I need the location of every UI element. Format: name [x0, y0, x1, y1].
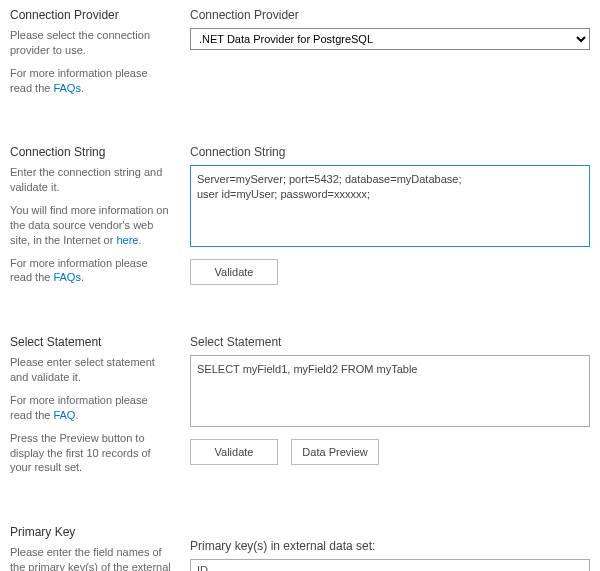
validate-button[interactable]: Validate [190, 259, 278, 285]
section-select-statement: Select Statement Please enter select sta… [10, 333, 590, 483]
pk-left: Primary Key Please enter the field names… [10, 523, 190, 571]
select-right-title: Select Statement [190, 335, 590, 349]
connection-provider-select[interactable]: .NET Data Provider for PostgreSQL [190, 28, 590, 50]
pk-right-title: Primary key(s) in external data set: [190, 539, 590, 553]
validate-button[interactable]: Validate [190, 439, 278, 465]
provider-right-title: Connection Provider [190, 8, 590, 22]
select-left-title: Select Statement [10, 335, 172, 349]
select-left-desc: Please enter select statement and valida… [10, 355, 172, 385]
connection-string-input[interactable] [190, 165, 590, 247]
here-link[interactable]: here [116, 234, 138, 246]
select-left-info: For more information please read the FAQ… [10, 393, 172, 423]
provider-left: Connection Provider Please select the co… [10, 6, 190, 103]
section-primary-key: Primary Key Please enter the field names… [10, 523, 590, 571]
pk-right: Primary key(s) in external data set: Val… [190, 523, 590, 571]
conn-left-desc: Enter the connection string and validate… [10, 165, 172, 195]
provider-info-suffix: . [81, 82, 84, 94]
provider-left-title: Connection Provider [10, 8, 172, 22]
section-connection-string: Connection String Enter the connection s… [10, 143, 590, 293]
select-info-suffix: . [75, 409, 78, 421]
conn-right: Connection String Validate [190, 143, 590, 293]
provider-right: Connection Provider .NET Data Provider f… [190, 6, 590, 103]
primary-key-input[interactable] [190, 559, 590, 571]
pk-left-title: Primary Key [10, 525, 172, 539]
provider-left-desc: Please select the connection provider to… [10, 28, 172, 58]
faqs-link[interactable]: FAQs [53, 82, 81, 94]
data-preview-button[interactable]: Data Preview [291, 439, 379, 465]
conn-more-suffix: . [138, 234, 141, 246]
conn-left-title: Connection String [10, 145, 172, 159]
provider-left-info: For more information please read the FAQ… [10, 66, 172, 96]
select-btn-row: Validate Data Preview [190, 439, 590, 465]
select-statement-input[interactable] [190, 355, 590, 427]
pk-left-desc: Please enter the field names of the prim… [10, 545, 172, 571]
section-connection-provider: Connection Provider Please select the co… [10, 6, 590, 103]
conn-more-text: You will find more information on the da… [10, 204, 169, 246]
conn-left-info: For more information please read the FAQ… [10, 256, 172, 286]
conn-left-more: You will find more information on the da… [10, 203, 172, 248]
conn-right-title: Connection String [190, 145, 590, 159]
faq-link[interactable]: FAQ [53, 409, 75, 421]
select-info-prefix: For more information please read the [10, 394, 148, 421]
select-left-preview-desc: Press the Preview button to display the … [10, 431, 172, 476]
select-left: Select Statement Please enter select sta… [10, 333, 190, 483]
conn-btn-row: Validate [190, 259, 590, 285]
conn-left: Connection String Enter the connection s… [10, 143, 190, 293]
faqs-link[interactable]: FAQs [53, 271, 81, 283]
conn-info-suffix: . [81, 271, 84, 283]
select-right: Select Statement Validate Data Preview [190, 333, 590, 483]
